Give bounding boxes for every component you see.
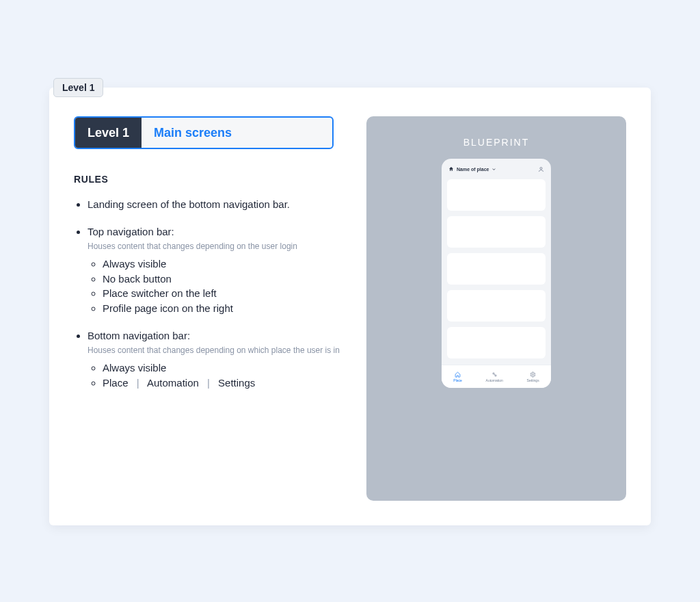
rule-top-nav-bullets: Always visible No back button Place swit… [88,257,347,316]
rule-top-nav: Top navigation bar: Houses content that … [88,224,347,316]
blueprint-title: BLUEPRINT [463,137,530,148]
rule-bottom-nav-bullet: Always visible [103,361,347,376]
rule-top-nav-note: Houses content that changes depending on… [88,241,347,252]
rule-landing: Landing screen of the bottom navigation … [88,197,347,212]
rule-bottom-nav-title: Bottom navigation bar: [88,330,190,341]
place-name-label: Name of place [457,167,489,172]
content-card [447,253,546,285]
rules-list: Landing screen of the bottom navigation … [74,197,347,391]
chevron-down-icon [492,167,496,172]
rule-bottom-nav-tab-settings: Settings [218,377,255,389]
content-card [447,216,546,248]
house-icon [448,166,454,172]
phone-bottom-nav: Place Automation Settings [442,365,551,388]
separator-icon: | [137,376,139,391]
phone-mock: Name of place Place Automat [442,159,551,388]
rule-bottom-nav-tab-place: Place [103,377,129,389]
profile-icon[interactable] [538,166,544,172]
svg-point-0 [540,167,542,169]
rule-top-nav-bullet: No back button [103,272,347,287]
home-icon [455,371,461,378]
nav-label: Place [453,378,462,382]
nav-label: Settings [527,378,539,382]
document-card: Level 1 Level 1 Main screens RULES Landi… [49,88,651,525]
content-card [447,327,546,358]
tab-main-screens[interactable]: Main screens [142,118,244,148]
rule-bottom-nav-bullets: Always visible Place | Automation | Sett… [88,361,347,391]
rule-top-nav-bullet: Place switcher on the left [103,286,347,301]
level-tag: Level 1 [53,78,103,97]
rules-column: Level 1 Main screens RULES Landing scree… [74,116,347,501]
separator-icon: | [207,376,210,391]
rules-heading: RULES [74,174,347,185]
nav-item-settings[interactable]: Settings [527,371,539,382]
svg-point-3 [532,374,533,375]
place-switcher[interactable]: Name of place [448,166,496,172]
nav-label: Automation [486,378,503,382]
blueprint-panel: BLUEPRINT Name of place [366,116,626,501]
rule-bottom-nav-note: Houses content that changes depending on… [88,345,347,356]
rule-top-nav-bullet: Always visible [103,257,347,272]
rule-bottom-nav-tab-automation: Automation [147,377,199,389]
content-card [447,179,546,211]
rule-bottom-nav: Bottom navigation bar: Houses content th… [88,328,347,391]
phone-top-bar: Name of place [442,159,551,179]
content-card [447,290,546,322]
tab-level[interactable]: Level 1 [75,118,142,148]
rule-bottom-nav-tabs: Place | Automation | Settings [103,376,347,391]
rule-top-nav-bullet: Profile page icon on the right [103,301,347,316]
nav-item-automation[interactable]: Automation [486,371,503,382]
phone-body [442,179,551,365]
tab-header: Level 1 Main screens [74,116,334,149]
rule-top-nav-title: Top navigation bar: [88,226,174,237]
settings-icon [530,371,536,378]
nav-item-place[interactable]: Place [453,371,462,382]
automation-icon [492,371,498,378]
